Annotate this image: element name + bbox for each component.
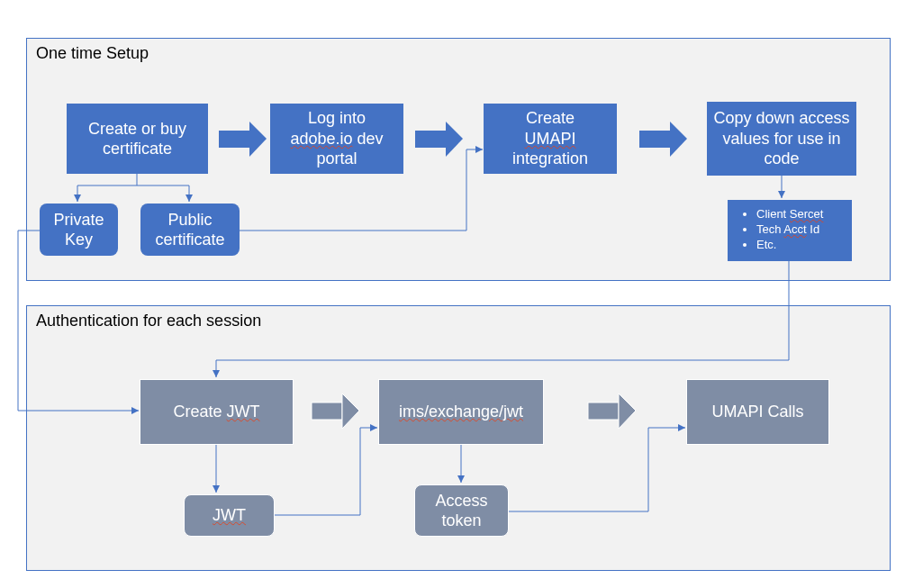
access-values-list: Client Sercet Tech Acct Id Etc. <box>744 207 843 251</box>
bullet-tech-acct-id: Tech Acct Id <box>756 222 843 236</box>
box-create-umapi-text: Create UMAPI integration <box>512 108 588 169</box>
box-ims-text: ims/exchange/jwt <box>399 402 523 422</box>
box-umapi-calls: UMAPI Calls <box>686 379 829 445</box>
box-create-cert: Create or buy certificate <box>67 104 208 174</box>
bullet-etc: Etc. <box>756 238 843 251</box>
box-create-umapi: Create UMAPI integration <box>484 104 617 174</box>
box-login-text: Log into adobe.io dev portal <box>276 108 398 169</box>
bullet-client-secret: Client Sercet <box>756 207 843 221</box>
box-access-token: Access token <box>414 484 509 537</box>
box-copy-values: Copy down access values for use in code <box>707 102 856 176</box>
section-auth-title: Authentication for each session <box>36 312 261 330</box>
box-login-portal: Log into adobe.io dev portal <box>270 104 403 174</box>
box-public-cert: Public certificate <box>140 204 240 256</box>
box-ims-exchange: ims/exchange/jwt <box>378 379 544 445</box>
box-create-jwt-text: Create JWT <box>173 402 259 422</box>
box-jwt: JWT <box>184 494 275 537</box>
box-access-values: Client Sercet Tech Acct Id Etc. <box>728 200 852 261</box>
box-create-jwt: Create JWT <box>140 379 294 445</box>
box-private-key: Private Key <box>40 204 118 256</box>
section-setup-title: One time Setup <box>36 44 149 63</box>
box-jwt-text: JWT <box>213 505 246 526</box>
